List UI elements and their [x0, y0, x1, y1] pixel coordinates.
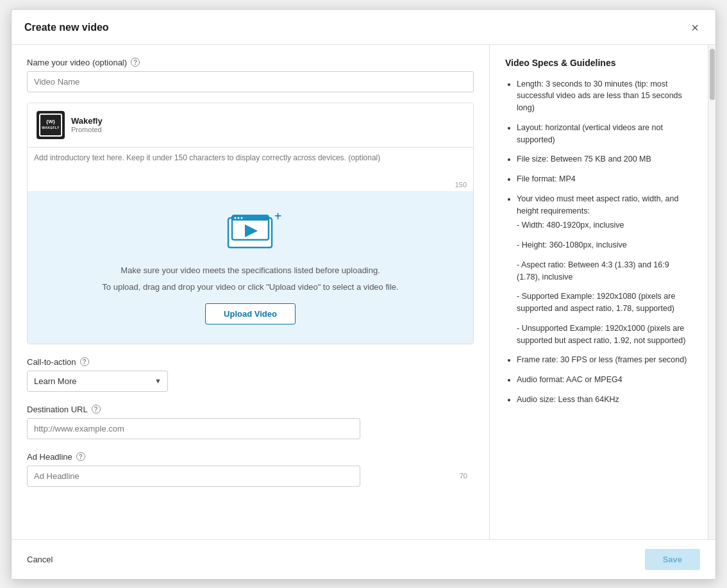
video-name-input[interactable] — [27, 71, 474, 92]
modal-header: Create new video × — [12, 10, 715, 45]
ad-headline-input[interactable] — [27, 466, 360, 487]
left-panel: Name your video (optional) ? {W}WAKEFLY … — [12, 45, 490, 539]
scrollbar-track[interactable] — [708, 45, 715, 539]
aspect-ratio-details: Width: 480-1920px, inclusive Height: 360… — [517, 219, 692, 346]
intro-char-count: 150 — [28, 181, 473, 191]
brand-logo: {W}WAKEFLY — [37, 111, 65, 139]
plus-icon: + — [274, 209, 282, 224]
brand-tag: Promoted — [71, 126, 464, 133]
ad-headline-wrapper: 70 — [27, 466, 474, 487]
cancel-button[interactable]: Cancel — [27, 551, 53, 568]
spec-item-audiosize: Audio size: Less than 64KHz — [517, 394, 692, 406]
video-name-label: Name your video (optional) ? — [27, 58, 474, 67]
upload-video-button[interactable]: Upload Video — [205, 303, 296, 324]
modal-body: Name your video (optional) ? {W}WAKEFLY … — [12, 45, 715, 539]
destination-url-section: Destination URL ? — [27, 405, 474, 439]
specs-list: Length: 3 seconds to 30 minutes (tip: mo… — [505, 78, 692, 406]
upload-text-1: Make sure your video meets the specifica… — [121, 265, 380, 276]
modal-title: Create new video — [24, 22, 109, 33]
spec-item-aspectratio: Your video must meet aspect ratio, width… — [517, 193, 692, 347]
cta-select[interactable]: Learn More Sign Up Register Download Req… — [27, 371, 168, 392]
spec-supported-example: Supported Example: 1920x1080 (pixels are… — [517, 290, 692, 315]
intro-text-area[interactable] — [28, 147, 473, 181]
brand-name: Wakefly — [71, 116, 464, 126]
spec-aspect: Aspect ratio: Between 4:3 (1.33) and 16:… — [517, 259, 692, 283]
spec-item-length: Length: 3 seconds to 30 minutes (tip: mo… — [517, 78, 692, 114]
spec-unsupported-example: Unsupported Example: 1920x1000 (pixels a… — [517, 323, 692, 347]
destination-url-input[interactable] — [27, 418, 360, 439]
cta-select-wrapper: Learn More Sign Up Register Download Req… — [27, 371, 168, 392]
brand-logo-inner: {W}WAKEFLY — [39, 113, 62, 137]
spec-item-fileformat: File format: MP4 — [517, 173, 692, 185]
ad-headline-char-count: 70 — [460, 472, 467, 480]
spec-item-layout: Layout: horizontal (vertical videos are … — [517, 122, 692, 146]
ad-headline-label: Ad Headline ? — [27, 452, 474, 462]
svg-point-5 — [240, 217, 242, 219]
ad-preview-card: {W}WAKEFLY Wakefly Promoted 150 — [27, 103, 474, 344]
svg-point-3 — [234, 217, 236, 219]
spec-item-audioformat: Audio format: AAC or MPEG4 — [517, 374, 692, 386]
video-name-help-icon[interactable]: ? — [131, 58, 140, 67]
ad-headline-section: Ad Headline ? 70 — [27, 452, 474, 487]
modal-footer: Cancel Save — [12, 539, 715, 579]
cta-section: Call-to-action ? Learn More Sign Up Regi… — [27, 357, 474, 392]
specs-title: Video Specs & Guidelines — [505, 58, 692, 68]
upload-text-2: To upload, drag and drop your video or c… — [102, 281, 398, 293]
right-panel: Video Specs & Guidelines Length: 3 secon… — [490, 45, 708, 539]
video-upload-icon — [227, 214, 274, 250]
destination-url-label: Destination URL ? — [27, 405, 474, 414]
spec-item-framerate: Frame rate: 30 FPS or less (frames per s… — [517, 354, 692, 366]
spec-height: Height: 360-1080px, inclusive — [517, 239, 692, 251]
close-button[interactable]: × — [687, 20, 703, 35]
brand-info: Wakefly Promoted — [71, 116, 464, 133]
svg-point-4 — [237, 217, 239, 219]
cta-label: Call-to-action ? — [27, 357, 474, 367]
upload-area: + Make sure your video meets the specifi… — [28, 191, 473, 344]
destination-url-help-icon[interactable]: ? — [92, 405, 101, 414]
upload-icon-wrapper: + — [227, 214, 274, 252]
ad-headline-help-icon[interactable]: ? — [76, 452, 85, 461]
create-video-modal: Create new video × Name your video (opti… — [11, 9, 716, 580]
spec-width: Width: 480-1920px, inclusive — [517, 219, 692, 231]
cta-help-icon[interactable]: ? — [80, 357, 89, 366]
save-button[interactable]: Save — [645, 549, 700, 570]
ad-preview-header: {W}WAKEFLY Wakefly Promoted — [28, 103, 473, 147]
scrollbar-thumb[interactable] — [710, 49, 715, 100]
spec-item-filesize: File size: Between 75 KB and 200 MB — [517, 153, 692, 165]
